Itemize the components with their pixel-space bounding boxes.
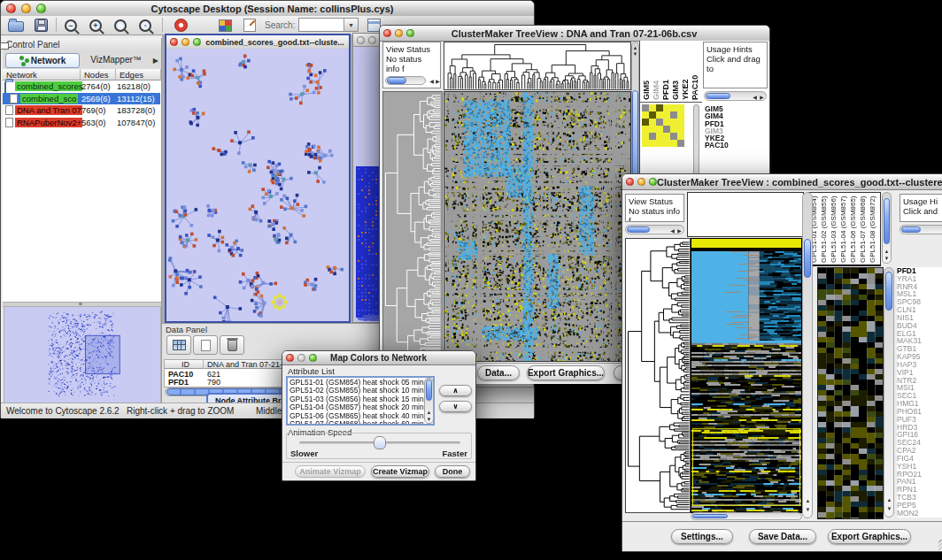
settings-button[interactable]: Settings... (671, 529, 733, 544)
attribute-list-item[interactable]: GPL51-01 (GSM854) heat shock 05 min (290, 379, 431, 387)
maximize-icon[interactable] (309, 354, 317, 362)
network-view-canvas[interactable] (166, 49, 349, 321)
scroll-down-icon[interactable]: ▼ (425, 416, 433, 424)
network-row[interactable]: DNA and Tran 07 769(0) 183728(0) (3, 104, 160, 117)
tv2-zoom-heatmap[interactable] (817, 267, 884, 519)
zoom-fit-button[interactable] (109, 17, 132, 34)
scroll-up-icon[interactable]: ▲ (885, 496, 893, 504)
birdseye-view[interactable] (4, 306, 161, 403)
scrollbar-thumb[interactable] (884, 198, 890, 244)
animate-vizmap-button[interactable]: Animate Vizmap (295, 465, 366, 478)
scrollbar-thumb[interactable] (901, 226, 921, 233)
save-data-button[interactable]: Data... (477, 365, 520, 380)
annotation-button[interactable] (238, 17, 261, 34)
attribute-list-item[interactable]: GPL51-06 (GSM865) heat shock 40 min (290, 412, 431, 420)
vizmapper-button[interactable] (213, 17, 236, 34)
minimize-icon[interactable] (21, 4, 31, 13)
maximize-icon[interactable] (406, 29, 414, 37)
zoom-in-button[interactable]: + (84, 17, 107, 34)
close-icon[interactable] (626, 178, 634, 186)
tv2-heat-hscrollbar[interactable] (691, 512, 802, 520)
close-icon[interactable] (383, 29, 391, 37)
zoom-selected-button[interactable]: ▫ (134, 17, 157, 34)
scroll-down-icon[interactable]: ▼ (804, 506, 812, 514)
move-down-button[interactable]: ∨ (439, 401, 472, 412)
table-cell-id[interactable]: PFD1 (165, 378, 204, 387)
tab-overflow-icon[interactable]: ▶ (153, 57, 158, 65)
dialog-titlebar[interactable]: Map Colors to Network (282, 351, 475, 365)
view-status-hscrollbar[interactable] (385, 76, 426, 85)
tv2-main-vscrollbar[interactable]: ▲ ▼ (802, 192, 813, 518)
col-header-network[interactable]: Network (3, 69, 81, 81)
attribute-list-item[interactable]: GPL51-02 (GSM855) heat shock 10 min (290, 387, 431, 395)
scrollbar-thumb[interactable] (885, 272, 892, 311)
close-icon[interactable] (357, 36, 365, 44)
tab-network[interactable]: Network (5, 53, 80, 68)
scroll-down-icon[interactable]: ▼ (631, 50, 639, 58)
scrollbar-thumb[interactable] (706, 93, 730, 99)
scrollbar-thumb[interactable] (426, 380, 432, 401)
scroll-down-icon[interactable]: ▼ (883, 255, 891, 263)
scrollbar-thumb[interactable] (627, 226, 650, 233)
search-input[interactable] (299, 19, 344, 31)
scrollbar-thumb[interactable] (692, 514, 728, 518)
close-icon[interactable] (6, 4, 16, 13)
attribute-list-item[interactable]: GPL51-03 (GSM856) heat shock 15 min (290, 395, 431, 403)
search-combo[interactable]: ▼ (298, 18, 359, 32)
scroll-right-icon[interactable]: ▶ (434, 78, 441, 86)
tv1-row-dendrogram[interactable] (382, 91, 443, 362)
select-attributes-button[interactable] (166, 335, 191, 355)
attribute-list-vscrollbar[interactable]: ▲ ▼ (424, 378, 434, 424)
delete-attribute-button[interactable] (220, 335, 244, 355)
col-header-nodes[interactable]: Nodes (81, 69, 116, 81)
new-attribute-button[interactable] (193, 335, 218, 355)
save-session-button[interactable] (29, 17, 52, 34)
done-button[interactable]: Done (435, 465, 470, 478)
export-graphics-button[interactable]: Export Graphics... (527, 365, 605, 380)
frame1-titlebar[interactable]: combined_scores_good.txt--cluste... (166, 35, 349, 50)
tv2-column-dendrogram-area[interactable] (687, 192, 804, 237)
minimize-icon[interactable] (637, 178, 645, 186)
gene-label[interactable]: MON2 (897, 510, 942, 518)
scroll-right-icon[interactable]: ▶ (758, 94, 766, 102)
tv1-column-dendrogram[interactable] (444, 42, 631, 90)
minimize-icon[interactable] (395, 29, 403, 37)
move-up-button[interactable]: ∧ (439, 385, 472, 396)
maximize-icon[interactable] (649, 178, 657, 186)
network-row[interactable]: combined_scores 2764(0) 16218(0) (3, 81, 160, 93)
tv2-hints-hscrollbar[interactable] (900, 225, 942, 234)
scroll-down-icon[interactable]: ▼ (885, 505, 893, 513)
tv2-zoom-vscrollbar[interactable]: ▲ ▼ (884, 267, 894, 518)
network-frame-1[interactable]: combined_scores_good.txt--cluste... (165, 34, 351, 323)
scrollbar-thumb[interactable] (804, 239, 811, 278)
attribute-list-item[interactable]: GPL51-07 (GSM868) heat shock 60 min (290, 420, 431, 426)
treeview2-titlebar[interactable]: ClusterMaker TreeView : combined_scores_… (622, 174, 942, 190)
tv2-heatmap[interactable] (691, 238, 802, 513)
create-vizmap-button[interactable]: Create Vizmap (371, 465, 429, 478)
tv1-zoom-matrix[interactable] (642, 104, 684, 147)
tv1-heatmap[interactable] (444, 91, 631, 362)
tv1-hints-hscrollbar[interactable]: ◀ ▶ (704, 91, 767, 101)
zoom-out-button[interactable]: − (59, 17, 82, 34)
maximize-icon[interactable] (193, 38, 201, 46)
minimize-icon[interactable] (368, 36, 376, 44)
network-row-selected[interactable]: combined_sco 2569(6) 13112(15) (3, 93, 160, 105)
help-button[interactable] (169, 17, 192, 34)
save-data-button[interactable]: Save Data... (749, 529, 816, 544)
treeview1-titlebar[interactable]: ClusterMaker TreeView : DNA and Tran 07-… (380, 26, 769, 42)
scroll-right-icon[interactable]: ▶ (676, 227, 683, 235)
table-cell-value[interactable]: 790 (204, 378, 292, 387)
search-dropdown-icon[interactable]: ▼ (344, 19, 358, 31)
tv2-status-hscrollbar[interactable]: ◀ ▶ (625, 225, 684, 234)
resize-grip[interactable] (938, 540, 942, 550)
close-icon[interactable] (170, 38, 178, 46)
tab-vizmapper[interactable]: VizMapper™ (84, 52, 148, 67)
scrollbar-thumb[interactable] (387, 77, 406, 84)
main-titlebar[interactable]: Cytoscape Desktop (Session Name: collins… (1, 1, 534, 17)
maximize-icon[interactable] (36, 4, 46, 13)
attribute-list-item[interactable]: GPL51-04 (GSM857) heat shock 20 min (290, 403, 431, 411)
open-file-button[interactable] (4, 17, 27, 34)
col-header-edges[interactable]: Edges (116, 69, 161, 81)
export-graphics-button[interactable]: Export Graphics... (828, 529, 911, 544)
tv2-row-dendrogram[interactable] (625, 238, 691, 513)
